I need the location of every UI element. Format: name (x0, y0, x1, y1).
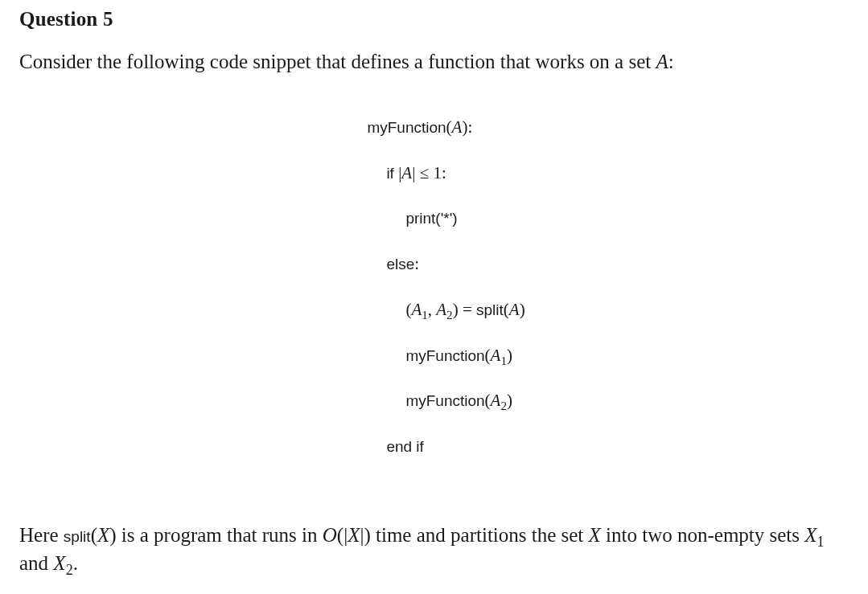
code-line-6: myFunction(A1) (367, 344, 525, 367)
code-var-A2: A (491, 391, 501, 410)
fn-split: split (64, 528, 91, 545)
split-description: Here split(X) is a program that runs in … (19, 521, 849, 577)
kw-else: else (386, 256, 414, 272)
intro-text: Consider the following code snippet that… (19, 51, 656, 72)
code-var-A2: A (436, 300, 446, 319)
fn-name: myFunction (405, 347, 484, 364)
code-var-A: A (401, 163, 412, 182)
kw-endif: end if (386, 438, 423, 455)
subscript-1: 1 (500, 354, 507, 367)
fn-print: print (405, 210, 435, 227)
code-var-A1: A (411, 300, 422, 319)
subscript-1: 1 (422, 309, 428, 322)
code-text: ) = (453, 300, 476, 319)
subscript-2: 2 (66, 562, 73, 578)
code-var-A: A (509, 300, 520, 319)
text: . (73, 552, 78, 574)
var-X: X (348, 524, 360, 546)
pseudocode-block: myFunction(A): if |A| ≤ 1: print('*') el… (343, 93, 525, 503)
code-text: ( (485, 346, 491, 365)
code-line-7: myFunction(A2) (367, 389, 525, 412)
text: ( (91, 524, 97, 546)
code-text: ( (485, 391, 491, 410)
code-line-8: end if (367, 435, 525, 457)
code-text: ) (507, 391, 512, 410)
question-intro: Consider the following code snippet that… (19, 48, 849, 76)
subscript-1: 1 (817, 534, 825, 550)
code-text: ('*') (435, 210, 457, 227)
code-var-A1: A (491, 346, 501, 365)
kw-if: if (386, 165, 394, 182)
subscript-2: 2 (446, 309, 453, 322)
code-text: : (414, 254, 419, 273)
text: into two non-empty sets (601, 524, 804, 546)
question-title: Question 5 (19, 8, 849, 31)
fn-name: myFunction (367, 119, 446, 136)
var-X: X (97, 524, 109, 546)
code-text: ( (504, 300, 509, 319)
code-text: ( (446, 117, 452, 137)
var-X: X (589, 524, 601, 546)
text: |) time and partitions the set (360, 524, 588, 546)
code-text: , (428, 300, 437, 319)
var-X1: X (804, 524, 817, 546)
code-line-5: (A1, A2) = split(A) (367, 298, 525, 321)
code-line-4: else: (367, 252, 525, 275)
big-O: O (323, 524, 337, 546)
code-text: | (394, 163, 401, 182)
fn-name: myFunction (405, 392, 484, 409)
subscript-2: 2 (500, 399, 507, 412)
text: ) is a program that runs in (109, 524, 323, 546)
code-text: | ≤ 1: (412, 163, 446, 182)
code-var-A: A (452, 117, 463, 137)
code-text: ) (520, 300, 525, 319)
text: and (19, 552, 53, 574)
text: (| (337, 524, 348, 546)
code-line-2: if |A| ≤ 1: (367, 162, 525, 184)
fn-split: split (476, 301, 504, 318)
text: Here (19, 524, 64, 546)
intro-suffix: : (668, 51, 674, 72)
intro-var-A: A (656, 51, 668, 72)
code-line-3: print('*') (367, 207, 525, 229)
question-page: Question 5 Consider the following code s… (0, 0, 868, 594)
var-X2: X (53, 552, 65, 574)
code-line-1: myFunction(A): (367, 116, 525, 138)
code-text: ): (462, 117, 472, 137)
code-text: ) (507, 346, 512, 365)
